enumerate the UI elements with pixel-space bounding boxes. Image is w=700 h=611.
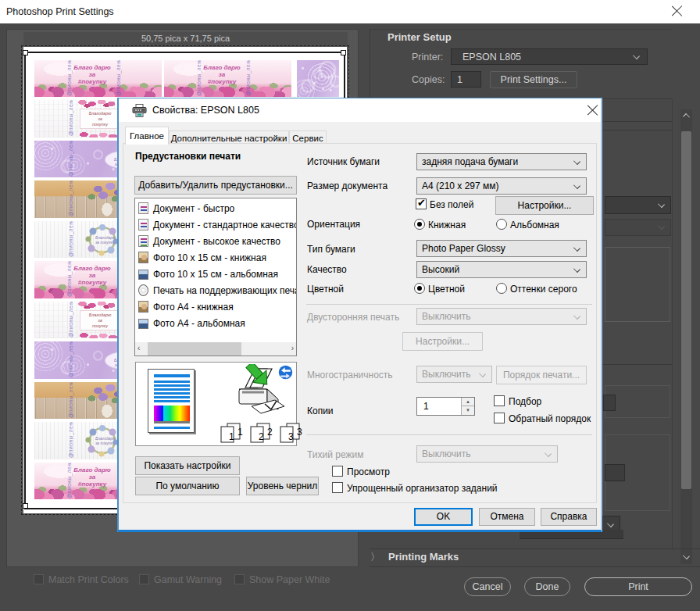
svg-text:3: 3 [288,431,294,442]
svg-text:2: 2 [267,427,273,438]
svg-text:1: 1 [238,427,243,438]
svg-text:2: 2 [259,431,264,442]
svg-text:1: 1 [229,431,234,442]
svg-text:3: 3 [297,427,302,438]
